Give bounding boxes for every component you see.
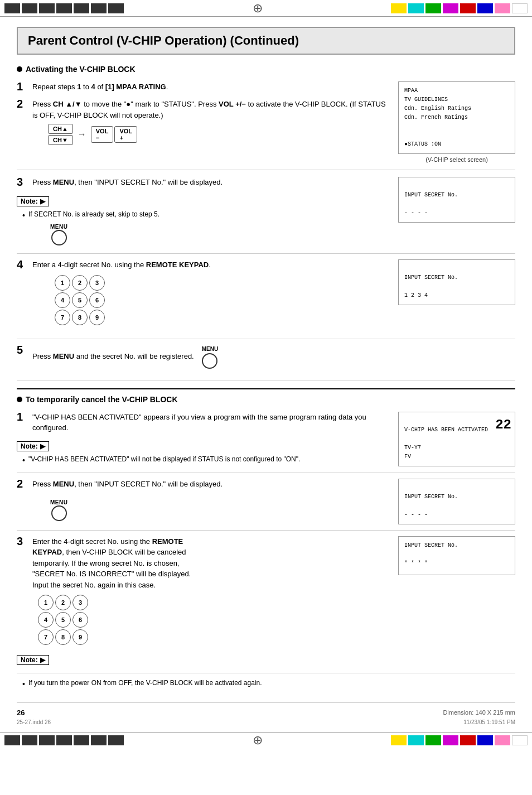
- b-blue: [477, 735, 493, 745]
- section2-title: To temporarily cancel the V-CHIP BLOCK: [26, 395, 178, 404]
- bottom-left-blocks: [4, 735, 124, 745]
- main-content: Parent Control (V-CHIP Operation) (Conti…: [0, 17, 532, 702]
- right-color-blocks: [391, 3, 528, 13]
- key-7: 7: [55, 310, 70, 325]
- bottom-compass-icon: ⊕: [253, 733, 263, 748]
- sec2-step3-right: INPUT SECRET No. * * * *: [398, 536, 515, 668]
- b-pink: [495, 735, 510, 745]
- sec2-step3-left: 3 Enter the 4-digit secret No. using the…: [17, 536, 398, 668]
- sec2-step2-right: INPUT SECRET No. - - - -: [398, 479, 515, 524]
- b-magenta: [443, 735, 458, 745]
- bullet-dot-2: [17, 397, 22, 402]
- key-4: 4: [55, 292, 70, 308]
- key-5: 5: [72, 292, 88, 308]
- b-block2: [22, 735, 37, 745]
- sec2-step1-right: 22 V-CHIP HAS BEEN ACTIVATED TV-Y7 FV: [398, 412, 515, 467]
- sec2-screen3-display: INPUT SECRET No. * * * *: [398, 536, 515, 575]
- blue-block: [477, 3, 493, 13]
- sec2-step1-block: 1 "V-CHIP HAS BEEN ACTIVATED" appears if…: [17, 412, 515, 473]
- sec2-step1-bullet: "V-CHIP HAS BEEN ACTIVATED" will not be …: [22, 455, 387, 465]
- step1-2-block: 1 Repeat steps 1 to 4 of [1] MPAA RATING…: [17, 81, 515, 170]
- section1-title: Activating the V-CHIP BLOCK: [26, 65, 136, 74]
- step3-block: 3 Press MENU, then "INPUT SECRET No." wi…: [17, 177, 515, 254]
- menu-circle-3: [51, 230, 67, 245]
- left-dark-blocks: [4, 3, 124, 13]
- s2-key-1: 1: [38, 595, 54, 610]
- step4-left: 4 Enter a 4-digit secret No. using the R…: [17, 259, 398, 333]
- vol-minus-btn: VOL−: [91, 126, 114, 143]
- b-block1: [4, 735, 20, 745]
- b-yellow: [391, 735, 407, 745]
- step5-block: 5 Press MENU and the secret No. will be …: [17, 345, 515, 380]
- note-arrow-s2-1: ▶: [40, 442, 45, 450]
- sec2-step2-row: 2 Press MENU, then "INPUT SECRET No." wi…: [17, 479, 387, 490]
- ch-down-btn: CH▼: [48, 135, 73, 145]
- sec2-step2-left: 2 Press MENU, then "INPUT SECRET No." wi…: [17, 479, 398, 524]
- step1-row: 1 Repeat steps 1 to 4 of [1] MPAA RATING…: [17, 81, 387, 93]
- note-label-s2-1: Note:: [21, 442, 38, 450]
- page-title: Parent Control (V-CHIP Operation) (Conti…: [28, 33, 504, 48]
- step1-content: Repeat steps 1 to 4 of [1] MPAA RATING.: [32, 81, 387, 93]
- s2-key-4: 4: [38, 612, 54, 628]
- step5-content: Press MENU and the secret No. will be re…: [32, 345, 504, 369]
- file-name: 25-27.indd 26: [17, 719, 51, 725]
- sec2-step3-block: 3 Enter the 4-digit secret No. using the…: [17, 536, 515, 674]
- keypad-4: 1 2 3 4 5 6 7 8 9: [55, 275, 105, 325]
- vol-buttons: VOL− VOL+: [91, 126, 137, 143]
- final-note-bullet: If you turn the power ON from OFF, the V…: [22, 679, 515, 689]
- sec2-screen2-display: INPUT SECRET No. - - - -: [398, 479, 515, 524]
- compass-icon: ⊕: [253, 1, 263, 16]
- step3-left: 3 Press MENU, then "INPUT SECRET No." wi…: [17, 177, 398, 248]
- menu-circle-5: [202, 353, 217, 369]
- ch-buttons: CH▲ CH▼: [48, 124, 73, 145]
- s2-key-5: 5: [55, 612, 71, 628]
- cyan-block: [408, 3, 424, 13]
- menu-diagram-3: MENU: [50, 224, 387, 245]
- step3-note-box: Note: ▶: [17, 196, 49, 206]
- section1-header: Activating the V-CHIP BLOCK: [17, 65, 515, 74]
- s2-key-3: 3: [72, 595, 88, 610]
- title-box: Parent Control (V-CHIP Operation) (Conti…: [17, 27, 515, 55]
- key-8: 8: [72, 310, 88, 325]
- section-divider: [17, 388, 515, 389]
- step3-row: 3 Press MENU, then "INPUT SECRET No." wi…: [17, 177, 387, 189]
- number-badge-22: 22: [495, 415, 511, 436]
- sec2-step2-content: Press MENU, then "INPUT SECRET No." will…: [32, 479, 387, 490]
- block1: [4, 3, 20, 13]
- block5: [74, 3, 89, 13]
- key-3: 3: [89, 275, 105, 291]
- sec2-step2-num: 2: [17, 478, 32, 490]
- footer-bar: 26 Dimension: 140 X 215 mm: [17, 702, 515, 719]
- b-block3: [39, 735, 55, 745]
- step4-row: 4 Enter a 4-digit secret No. using the R…: [17, 259, 387, 327]
- step5-row: 5 Press MENU and the secret No. will be …: [17, 345, 504, 369]
- section2-header: To temporarily cancel the V-CHIP BLOCK: [17, 395, 515, 404]
- keypad-diagram-4: 1 2 3 4 5 6 7 8 9: [55, 275, 387, 325]
- b-red: [460, 735, 476, 745]
- final-note-text: If you turn the power ON from OFF, the V…: [28, 679, 262, 687]
- block3: [39, 3, 55, 13]
- yellow-block: [391, 3, 407, 13]
- s2-key-7: 7: [38, 629, 54, 645]
- sec2-step2-block: 2 Press MENU, then "INPUT SECRET No." wi…: [17, 479, 515, 531]
- note-label-3: Note:: [21, 197, 38, 205]
- sec2-step3-row: 3 Enter the 4-digit secret No. using the…: [17, 536, 387, 648]
- b-green: [425, 735, 441, 745]
- b-block7: [108, 735, 124, 745]
- block7: [108, 3, 124, 13]
- s2-key-2: 2: [55, 595, 71, 610]
- step1-num: 1: [17, 80, 32, 93]
- sec2-screen1-display: 22 V-CHIP HAS BEEN ACTIVATED TV-Y7 FV: [398, 412, 515, 466]
- pink-block: [495, 3, 510, 13]
- step4-num: 4: [17, 258, 32, 271]
- keypad-s2-3: 1 2 3 4 5 6 7 8 9: [38, 595, 88, 645]
- file-datetime: 11/23/05 1:19:51 PM: [463, 719, 515, 725]
- step2-row: 2 Press CH ▲/▼ to move the "●" mark to "…: [17, 99, 387, 147]
- s2-key-6: 6: [72, 612, 88, 628]
- b-block5: [74, 735, 89, 745]
- sec2-step1-note-box: Note: ▶: [17, 441, 49, 451]
- sec2-step1-content: "V-CHIP HAS BEEN ACTIVATED" appears if y…: [32, 412, 387, 433]
- keypad-diagram-s2-3: 1 2 3 4 5 6 7 8 9: [38, 595, 387, 645]
- step1-2-right: MPAA TV GUIDELINES Cdn. English Ratings …: [398, 81, 515, 163]
- step4-right: INPUT SECRET No. 1 2 3 4: [398, 259, 515, 333]
